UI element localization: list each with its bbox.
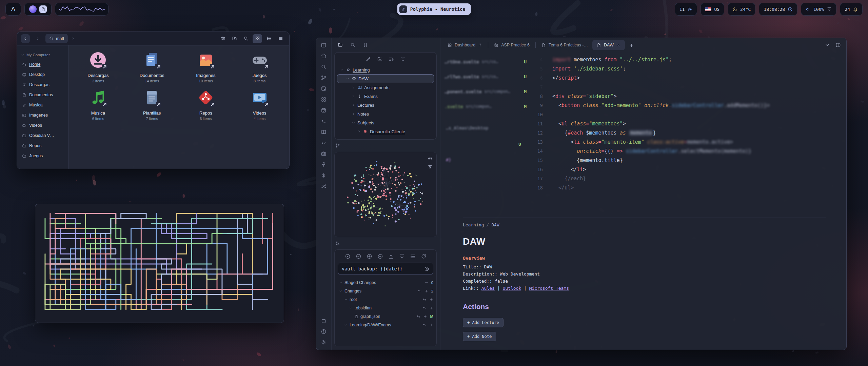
explorer-item-lectures[interactable]: Lectures — [337, 101, 434, 109]
pencil-icon[interactable] — [366, 56, 371, 62]
box-icon[interactable] — [321, 318, 327, 324]
swirl-icon[interactable] — [29, 5, 37, 13]
place-imagenes[interactable]: Imagenes — [17, 110, 68, 120]
place-repos[interactable]: Repos — [17, 141, 68, 151]
graph-filter-icon[interactable] — [428, 164, 433, 169]
minus-icon[interactable] — [425, 281, 429, 285]
new-tab-button[interactable] — [628, 41, 636, 49]
close-tab-icon[interactable] — [616, 43, 620, 47]
explorer-item-desarrollo-cliente[interactable]: Desarrollo-Cliente — [337, 127, 434, 136]
graph-canvas[interactable] — [335, 152, 436, 237]
place-descargas[interactable]: Descargas — [17, 80, 68, 90]
home-icon[interactable] — [321, 53, 327, 59]
folder-musica[interactable]: Musica6 items — [71, 88, 125, 121]
file-suggestion[interactable]: …rlTwo.sveltesrc/co…U — [445, 69, 527, 84]
folder-imagenes[interactable]: Imagenes10 items — [179, 50, 233, 83]
updates-widget[interactable]: 11 — [675, 3, 697, 16]
tab-asp-practice-6[interactable]: ASP Practice 6 — [490, 40, 534, 50]
camera-icon[interactable] — [218, 34, 228, 43]
commit-message-box[interactable]: vault backup: {{date}} — [338, 263, 433, 275]
plus-icon[interactable] — [425, 289, 429, 293]
tab-tema-6-pr-cticas[interactable]: Tema 6 Prácticas -… — [537, 40, 592, 50]
note-link[interactable]: Microsoft Teams — [529, 286, 569, 291]
git-row-graph-json[interactable]: graph.jsonM — [338, 312, 433, 321]
download-icon[interactable] — [399, 253, 405, 259]
keyboard-layout-widget[interactable]: US — [701, 3, 724, 16]
clear-commit-icon[interactable] — [424, 266, 429, 271]
commit-message-input[interactable]: vault backup: {{date}} — [342, 266, 421, 271]
explorer-item-assignments[interactable]: Assignments — [337, 83, 434, 92]
editor-pane[interactable]: 4import mementoes from "../../store.js";… — [440, 52, 846, 350]
note-link[interactable]: Aules — [481, 286, 495, 291]
plus-icon[interactable] — [429, 323, 433, 327]
list-icon[interactable] — [410, 253, 416, 259]
grid-icon[interactable] — [253, 34, 262, 43]
file-suggestion[interactable]: …ponent.sveltesrc/compon…M — [445, 84, 527, 99]
plus-icon[interactable] — [429, 298, 433, 302]
place-juegos[interactable]: Juegos — [17, 151, 68, 161]
check-circle-icon[interactable] — [356, 253, 361, 259]
now-playing-widget[interactable]: Polyphia - Neurotica — [397, 3, 471, 15]
search-icon[interactable] — [241, 34, 251, 43]
undo-icon[interactable] — [416, 314, 420, 319]
gear-icon[interactable] — [321, 339, 327, 345]
plus-icon[interactable] — [429, 306, 433, 310]
breadcrumb-item[interactable]: DAW — [491, 222, 499, 227]
graph-settings-icon[interactable] — [428, 156, 433, 161]
explorer-item-learning[interactable]: Learning — [337, 65, 434, 74]
sidebar-toggle-icon[interactable] — [321, 42, 327, 48]
folder-juegos[interactable]: Juegos8 items — [233, 50, 287, 83]
launcher-button[interactable]: Λ — [5, 3, 21, 16]
folder-documentos[interactable]: Documentos14 items — [125, 50, 179, 83]
git-row-learning-daw-exams[interactable]: Learning/DAW/Exams — [338, 321, 433, 329]
folder-plus-icon[interactable] — [230, 34, 239, 43]
tab-list-icon[interactable] — [825, 42, 830, 48]
panel-toggle-icon[interactable] — [335, 239, 344, 247]
sidebar-tab-search-icon[interactable] — [350, 42, 356, 48]
place-home[interactable]: Home — [17, 59, 68, 69]
explorer-item-daw[interactable]: DAW — [337, 74, 434, 83]
refresh-icon[interactable] — [421, 253, 427, 259]
circle-dot-icon[interactable] — [345, 253, 351, 259]
clock-widget[interactable]: 18:08:28 — [759, 3, 797, 16]
breadcrumb[interactable]: matt — [45, 34, 68, 43]
dollar-icon[interactable] — [321, 172, 327, 178]
folder-videos[interactable]: Videos4 items — [233, 88, 287, 121]
forward-button[interactable] — [33, 34, 42, 43]
file-suggestion[interactable]: .sveltesrc/compon…M — [445, 99, 527, 114]
explorer-item-subjects[interactable]: Subjects — [337, 118, 434, 127]
tab-daw[interactable]: DAW — [592, 40, 625, 50]
folder-plantillas[interactable]: Plantillas7 items — [125, 88, 179, 121]
split-layout-icon[interactable] — [835, 42, 841, 48]
folder-repos[interactable]: Repos6 items — [179, 88, 233, 121]
plus-circle-icon[interactable] — [367, 253, 372, 259]
place-videos[interactable]: Videos — [17, 120, 68, 130]
notes-widget-icon[interactable] — [39, 5, 47, 13]
upload-icon[interactable] — [388, 253, 394, 259]
code-icon[interactable] — [321, 140, 327, 146]
place-musica[interactable]: Musica — [17, 100, 68, 110]
place-desktop[interactable]: Desktop — [17, 69, 68, 80]
git-branch-toggle-icon[interactable] — [335, 141, 344, 149]
sidebar-tab-folder-icon[interactable] — [338, 42, 343, 48]
tab-dashboard[interactable]: Dashboard — [443, 40, 487, 50]
add-lecture-button[interactable]: + Add Lecture — [463, 318, 504, 327]
terminal-icon[interactable] — [321, 118, 327, 124]
minus-circle-icon[interactable] — [377, 253, 383, 259]
undo-icon[interactable] — [422, 306, 427, 310]
git-row-staged-changes[interactable]: Staged Changes0 — [338, 278, 433, 287]
plus-icon[interactable] — [423, 314, 427, 319]
list-icon[interactable] — [264, 34, 274, 43]
file-suggestion[interactable]: …rtOne.sveltesrc/co…U — [445, 54, 527, 69]
pin-icon[interactable] — [321, 162, 327, 167]
shuffle-icon[interactable] — [321, 183, 327, 189]
search-icon[interactable] — [321, 64, 327, 70]
note-link[interactable]: Outlook — [502, 286, 521, 291]
sidebar-section-header[interactable]: My Computer — [17, 53, 68, 59]
menu-icon[interactable] — [276, 34, 285, 43]
folder-descargas[interactable]: Descargas2 items — [71, 50, 125, 83]
book-icon[interactable] — [321, 129, 327, 135]
collapse-icon[interactable] — [400, 56, 406, 62]
weather-widget[interactable]: 24°C — [728, 3, 755, 16]
calendar-icon[interactable] — [321, 107, 327, 113]
